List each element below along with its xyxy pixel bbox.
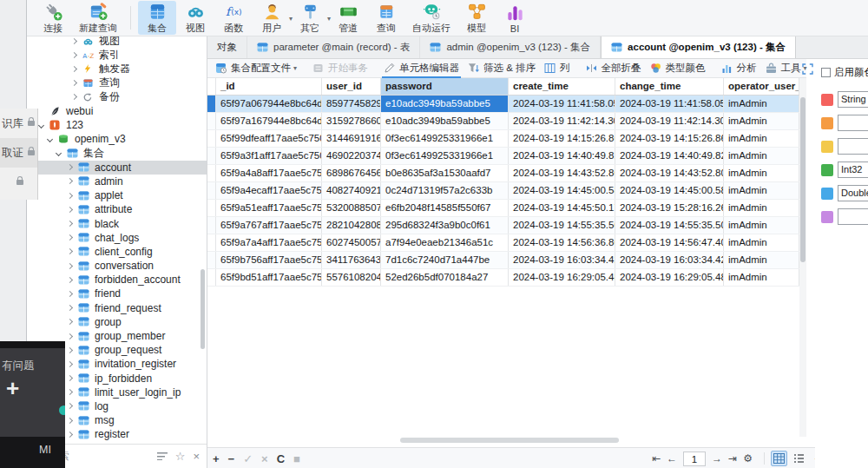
chevron-down-icon[interactable] — [56, 150, 62, 156]
cell-operator_user_[interactable]: imAdmin — [724, 148, 799, 164]
row-marker[interactable] — [207, 113, 216, 129]
cell-operator_user_[interactable]: imAdmin — [724, 130, 799, 147]
type-name-field[interactable]: Int32 — [838, 161, 868, 178]
tree-item-forbidden_account[interactable]: forbidden_account — [27, 273, 207, 287]
cell-create_time[interactable]: 2024-03-19 14:56:36.80 — [509, 234, 615, 251]
cell-user_id[interactable]: 6898676456 — [322, 165, 381, 181]
cell-user_id[interactable]: 2821042808 — [322, 217, 381, 234]
cell-_id[interactable]: 65f9a7a4aff17aae5c750 — [216, 234, 322, 251]
cell-_id[interactable]: 65f9b756aff17aae5c750 — [216, 252, 322, 268]
collection-toolbar-columns-button[interactable]: 列 — [540, 60, 575, 77]
column-header-operator_user_[interactable]: operator_user_ — [724, 78, 799, 95]
toolbar-button-user[interactable]: 用户▾ — [253, 1, 291, 35]
tree-item-friend_request[interactable]: friend_request — [27, 301, 207, 315]
cell-_id[interactable]: 65f97a167944e8bc64d8 — [216, 113, 322, 129]
chevron-right-icon[interactable] — [67, 234, 73, 241]
prev-page-icon[interactable]: ← — [667, 452, 677, 465]
collection-toolbar-celledit-button[interactable]: 单元格编辑器 — [379, 60, 464, 77]
cell-_id[interactable]: 65f97a067944e8bc64d8 — [216, 96, 322, 112]
tree-item-webui[interactable]: webui — [27, 104, 207, 118]
tree-item-[interactable]: 集合 — [27, 147, 207, 161]
grid-vscroll-thumb[interactable] — [800, 97, 806, 262]
table-row[interactable]: 65f97a067944e8bc64d88597745829e10adc3949… — [207, 96, 806, 113]
cell-create_time[interactable]: 2024-03-19 11:42:14.30 — [509, 113, 615, 129]
chevron-right-icon[interactable] — [67, 361, 73, 367]
cell-password[interactable]: e6fb2048f14585f550f67 — [381, 200, 509, 216]
cell-password[interactable]: 0f3ec6149925331966e1 — [381, 130, 509, 147]
tree-item-group[interactable]: group — [27, 315, 207, 329]
cell-create_time[interactable]: 2024-03-19 14:55:35.50 — [509, 217, 615, 234]
cell-_id[interactable]: 65f9a3f1aff17aae5c750 — [216, 148, 322, 164]
refresh-icon[interactable]: C — [277, 452, 285, 465]
row-marker[interactable] — [207, 182, 216, 199]
color-swatch[interactable] — [821, 141, 833, 153]
chevron-right-icon[interactable] — [67, 418, 73, 424]
row-marker[interactable] — [207, 96, 216, 112]
row-marker[interactable] — [207, 148, 216, 164]
chevron-right-icon[interactable] — [67, 277, 73, 283]
tree-item-[interactable]: 查询 — [27, 76, 207, 90]
chevron-right-icon[interactable] — [67, 164, 73, 170]
cell-operator_user_[interactable]: imAdmin — [724, 269, 799, 286]
chevron-right-icon[interactable] — [67, 347, 73, 353]
tree-item-[interactable]: 视图 — [27, 34, 207, 48]
tree-item-client_config[interactable]: client_config — [27, 245, 207, 259]
cell-change_time[interactable]: 2024-03-19 11:41:58.05 — [615, 96, 724, 112]
color-swatch[interactable] — [821, 117, 833, 129]
tree-item-admin[interactable]: admin — [27, 175, 207, 188]
chevron-right-icon[interactable] — [71, 52, 77, 58]
cell-_id[interactable]: 65f9a51eaff17aae5c750 — [216, 200, 322, 216]
row-marker[interactable] — [207, 234, 216, 251]
star-icon[interactable]: ☆ — [175, 450, 186, 463]
clear-search-icon[interactable]: × — [193, 450, 200, 463]
table-row[interactable]: 65f9b756aff17aae5c75034117636437d1c6c724… — [207, 252, 806, 269]
cell-operator_user_[interactable]: imAdmin — [724, 252, 799, 268]
cell-password[interactable]: 0c24d71319f57a2c633b — [381, 182, 509, 199]
page-number-input[interactable]: 1 — [683, 452, 706, 466]
cell-change_time[interactable]: 2024-03-19 14:56:47.40 — [615, 234, 724, 251]
tree-item-[interactable]: 备份 — [27, 90, 207, 104]
toolbar-button-model[interactable]: 模型 — [457, 1, 496, 35]
page-settings-icon[interactable]: ⚙ — [743, 452, 753, 465]
table-row[interactable]: 65f9a4ecaff17aae5c75040827409210c24d7131… — [207, 182, 806, 200]
cell-password[interactable]: a7f94e0eaeb21346a51c — [381, 234, 509, 251]
cell-operator_user_[interactable]: imAdmin — [724, 217, 799, 234]
chevron-right-icon[interactable] — [67, 221, 73, 227]
cell-create_time[interactable]: 2024-03-19 14:45:50.17 — [509, 200, 615, 216]
cell-password[interactable]: 0f3ec6149925331966e1 — [381, 148, 509, 164]
chevron-right-icon[interactable] — [67, 319, 73, 325]
collection-toolbar-filter-button[interactable]: 筛选 & 排序 — [464, 60, 540, 77]
cell-operator_user_[interactable]: imAdmin — [724, 234, 799, 251]
list-view-toggle[interactable] — [791, 451, 807, 466]
cell-_id[interactable]: 65f99dfeaff17aae5c750 — [216, 130, 322, 147]
tree-item-black[interactable]: black — [27, 216, 207, 230]
cell-change_time[interactable]: 2024-03-19 14:43:52.80 — [615, 165, 724, 181]
tree-item-conversation[interactable]: conversation — [27, 259, 207, 273]
tree-item-123[interactable]: 123 — [27, 118, 207, 132]
toolbar-button-pipeline[interactable]: 管道 — [329, 1, 367, 35]
chevron-right-icon[interactable] — [67, 207, 73, 213]
color-swatch[interactable] — [821, 94, 833, 106]
table-row[interactable]: 65f9a3f1aff17aae5c75046902203740f3ec6149… — [207, 148, 806, 165]
first-page-icon[interactable]: ⇤ — [652, 452, 661, 465]
chevron-down-icon[interactable] — [38, 122, 44, 129]
column-header-password[interactable]: password — [381, 78, 509, 95]
cell-password[interactable]: 295d68324f3a9b0c0f61 — [381, 217, 509, 234]
chevron-right-icon[interactable] — [67, 389, 73, 395]
toolbar-button-collection[interactable]: 集合 — [138, 1, 176, 35]
cell-operator_user_[interactable]: imAdmin — [724, 96, 799, 112]
cell-create_time[interactable]: 2024-03-19 16:03:34.42 — [509, 252, 615, 268]
cell-_id[interactable]: 65f9bd51aff17aae5c750 — [216, 269, 322, 286]
grid-hscroll-thumb[interactable] — [400, 438, 619, 443]
cell-user_id[interactable]: 8597745829 — [322, 96, 381, 112]
chevron-right-icon[interactable] — [67, 403, 73, 409]
cell-operator_user_[interactable]: imAdmin — [724, 165, 799, 181]
tab[interactable]: admin @openim_v3 (123) - 集合 — [420, 36, 601, 58]
toolbar-button-newquery[interactable]: 新建查询 — [72, 1, 124, 35]
cell-password[interactable]: b0e8635af3a1530aafd7 — [381, 165, 509, 181]
grid-view-toggle[interactable] — [771, 451, 787, 466]
tree-item-[interactable]: A-Z索引 — [27, 48, 207, 62]
chevron-right-icon[interactable] — [67, 375, 73, 381]
color-swatch[interactable] — [821, 164, 833, 176]
type-name-field[interactable]: String — [838, 91, 868, 108]
